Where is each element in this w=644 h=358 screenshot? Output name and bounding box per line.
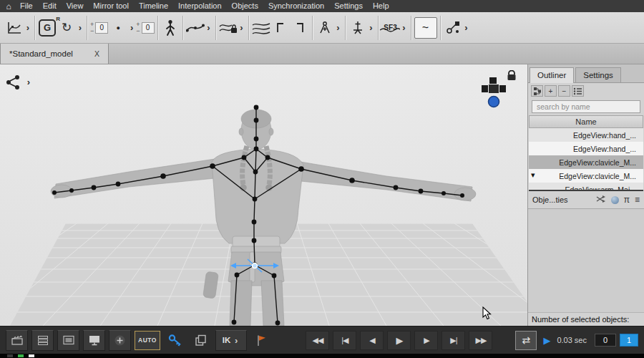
- menu-file[interactable]: File: [16, 0, 37, 12]
- camera-gimbal-icon: [480, 76, 509, 109]
- autoposing-icon: [318, 21, 332, 35]
- tab-settings[interactable]: Settings: [575, 67, 621, 82]
- copy-pose-button[interactable]: [190, 330, 212, 351]
- dropdown-arrow-icon[interactable]: ›: [128, 16, 135, 40]
- tilde-icon: ~: [422, 21, 429, 34]
- rewind-button[interactable]: ◀◀: [306, 331, 329, 350]
- app-window: ⌂ File Edit View Mirror tool Timeline In…: [0, 0, 644, 358]
- frame-duration-label: 0.03 sec: [557, 336, 587, 344]
- tab-close-button[interactable]: X: [94, 49, 99, 58]
- interval-value-2[interactable]: 0: [142, 22, 155, 34]
- outliner-row[interactable]: ▾EdgeView:clavicle_M...: [529, 169, 643, 183]
- menu-interpolation[interactable]: Interpolation: [174, 0, 226, 12]
- collapse-all-button[interactable]: −: [558, 85, 570, 97]
- preview-button[interactable]: [57, 330, 79, 351]
- home-icon[interactable]: ⌂: [3, 1, 14, 11]
- display-button[interactable]: [83, 330, 105, 351]
- dropdown-arrow-icon[interactable]: ›: [25, 76, 32, 89]
- minus-icon[interactable]: −: [90, 28, 94, 34]
- interval-value-1[interactable]: 0: [95, 22, 108, 34]
- dropdown-arrow-icon[interactable]: ›: [335, 16, 342, 40]
- dropdown-arrow-icon[interactable]: ›: [205, 16, 213, 40]
- trajectory-tool-button[interactable]: [186, 16, 205, 40]
- track-stack-button[interactable]: [31, 330, 54, 351]
- outliner-row[interactable]: EdgeView:hand_...: [529, 128, 643, 142]
- fulcrum-point-button[interactable]: [348, 16, 367, 40]
- dropdown-arrow-icon[interactable]: ›: [401, 16, 408, 40]
- search-input[interactable]: [532, 100, 640, 113]
- document-tab-label: *Standard_model: [9, 49, 73, 58]
- lock-trajectories-button[interactable]: [219, 16, 238, 40]
- expand-all-button[interactable]: +: [545, 85, 557, 97]
- filter-trajectories-button[interactable]: [252, 16, 270, 40]
- ghost-mode-button[interactable]: GR: [38, 16, 57, 40]
- character-tool-button[interactable]: [161, 16, 180, 40]
- scene-settings-button[interactable]: [6, 330, 28, 351]
- menu-settings[interactable]: Settings: [330, 0, 367, 12]
- menu-timeline[interactable]: Timeline: [135, 0, 172, 12]
- add-keyframe-button[interactable]: [109, 330, 131, 351]
- end-frame-field[interactable]: 1: [620, 334, 638, 347]
- dropdown-arrow-icon[interactable]: ›: [238, 16, 245, 40]
- step-back-button[interactable]: ◀: [360, 331, 384, 350]
- interval-spinner-1[interactable]: +− 0: [90, 21, 108, 34]
- outliner-row-label: EdgeView:hand_...: [573, 131, 636, 140]
- tree-view-icon: [533, 87, 542, 96]
- dropdown-arrow-icon[interactable]: ›: [233, 331, 240, 350]
- key-button[interactable]: [164, 330, 186, 351]
- flag-marker-button[interactable]: [250, 330, 273, 351]
- ghost-mode-label: G: [44, 22, 51, 33]
- bracket-open-button[interactable]: [271, 16, 290, 40]
- auto-keyframe-toggle[interactable]: AUTO: [135, 331, 160, 350]
- rig-tool-button[interactable]: [444, 16, 462, 40]
- document-tab[interactable]: *Standard_model X: [0, 44, 109, 64]
- menu-mirror-tool[interactable]: Mirror tool: [89, 0, 133, 12]
- viewport-3d[interactable]: ›: [0, 64, 527, 326]
- flag-icon: [256, 334, 267, 347]
- tree-view-button[interactable]: [531, 85, 543, 97]
- menu-view[interactable]: View: [62, 0, 88, 12]
- sphere-icon[interactable]: [611, 196, 619, 204]
- dropdown-arrow-icon[interactable]: ›: [368, 16, 375, 40]
- current-frame-field[interactable]: 0: [595, 334, 616, 347]
- menu-help[interactable]: Help: [369, 0, 394, 12]
- character-icon: [165, 19, 176, 37]
- play-button[interactable]: ▶: [387, 331, 411, 350]
- dropdown-arrow-icon[interactable]: ›: [463, 16, 470, 40]
- viewport-graph-button[interactable]: ›: [4, 74, 32, 90]
- list-options-button[interactable]: [572, 85, 584, 97]
- hamburger-menu-icon[interactable]: ≡: [635, 195, 640, 205]
- playback-speed-icon[interactable]: ▶: [543, 335, 550, 346]
- dropdown-arrow-icon[interactable]: ›: [77, 16, 84, 40]
- step-forward-button[interactable]: ▶: [414, 331, 438, 350]
- graph-editor-button[interactable]: [5, 16, 24, 40]
- tab-outliner[interactable]: Outliner: [530, 67, 574, 83]
- fulcrum-point-icon: [351, 21, 364, 35]
- autoposing-button[interactable]: [316, 16, 334, 40]
- name-column-header[interactable]: Name: [529, 115, 643, 128]
- relax-tool-button[interactable]: ~: [414, 17, 437, 39]
- swap-arrows-icon[interactable]: [596, 195, 606, 205]
- expander-icon[interactable]: ▾: [531, 170, 535, 180]
- outliner-row-selected[interactable]: EdgeView:clavicle_M...: [529, 155, 643, 169]
- interval-spinner-2[interactable]: +− 0: [136, 21, 154, 34]
- jump-to-start-button[interactable]: |◀: [333, 331, 356, 350]
- menu-objects[interactable]: Objects: [228, 0, 263, 12]
- outliner-row[interactable]: EdgeView:hand_...: [529, 142, 643, 155]
- menu-edit[interactable]: Edit: [39, 0, 61, 12]
- outliner-row[interactable]: EdgeView:arm_Mai...: [529, 183, 643, 190]
- camera-gimbal-widget[interactable]: [480, 76, 509, 112]
- fast-forward-button[interactable]: ▶▶: [469, 331, 492, 350]
- pi-icon[interactable]: π: [624, 195, 630, 205]
- loop-toggle-button[interactable]: ⇄: [515, 331, 537, 350]
- menu-synchronization[interactable]: Synchronization: [264, 0, 328, 12]
- point-tool-button[interactable]: ●: [109, 16, 127, 40]
- trajectory-icon: [186, 22, 205, 34]
- ik-mode-button[interactable]: IK ›: [215, 330, 247, 351]
- status-square-green: [18, 354, 24, 357]
- jump-to-end-button[interactable]: ▶|: [441, 331, 465, 350]
- minus-icon[interactable]: −: [136, 28, 140, 34]
- sf3-tool-button[interactable]: SF3: [381, 16, 400, 40]
- dropdown-arrow-icon[interactable]: ›: [24, 16, 31, 40]
- bracket-close-button[interactable]: [291, 16, 309, 40]
